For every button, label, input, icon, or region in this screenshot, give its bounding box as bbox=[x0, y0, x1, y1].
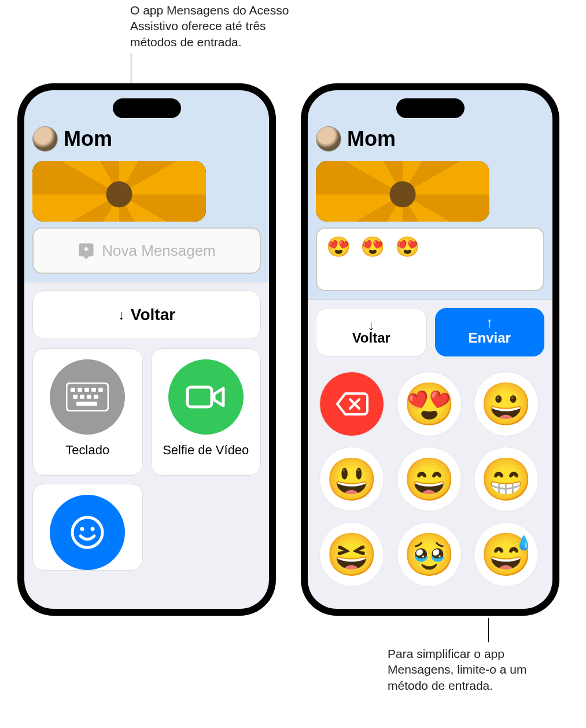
phone-left: Mom Nova Mensagem ↓ Voltar bbox=[17, 83, 276, 616]
emoji-option[interactable]: 😍 bbox=[397, 372, 462, 436]
svg-point-12 bbox=[72, 517, 102, 547]
arrow-down-icon: ↓ bbox=[368, 319, 375, 330]
emoji-method-icon bbox=[50, 495, 125, 570]
callout-bottom: Para simplificar o app Mensagens, limite… bbox=[388, 646, 555, 693]
delete-icon bbox=[335, 391, 368, 417]
phone-right: Mom 😍 😍 😍 ↓ Voltar ↓ Enviar bbox=[301, 83, 559, 616]
video-icon bbox=[168, 359, 244, 435]
emoji-face: 😄 bbox=[403, 455, 455, 504]
phone-right-screen: Mom 😍 😍 😍 ↓ Voltar ↓ Enviar bbox=[308, 90, 552, 609]
svg-rect-2 bbox=[78, 388, 82, 392]
back-button[interactable]: ↓ Voltar bbox=[316, 308, 427, 356]
contact-name: Mom bbox=[64, 127, 112, 151]
back-label: Voltar bbox=[352, 330, 390, 345]
arrow-down-icon: ↓ bbox=[118, 309, 125, 320]
emoji-option[interactable]: 😄 bbox=[397, 447, 462, 512]
received-image-message bbox=[32, 161, 206, 222]
video-selfie-tile[interactable]: Selfie de Vídeo bbox=[151, 348, 261, 476]
emoji-face: 😃 bbox=[326, 455, 378, 504]
contact-header: Mom bbox=[308, 123, 552, 157]
emoji-option[interactable]: 😁 bbox=[474, 447, 539, 512]
delete-button[interactable] bbox=[319, 372, 384, 436]
conversation-area: Mom Nova Mensagem bbox=[24, 90, 269, 282]
svg-rect-4 bbox=[91, 388, 96, 392]
avatar bbox=[32, 126, 58, 152]
back-button[interactable]: ↓ Voltar bbox=[32, 291, 261, 339]
notch bbox=[396, 98, 465, 118]
input-method-grid: Teclado Selfie de Vídeo bbox=[24, 345, 269, 574]
svg-point-13 bbox=[80, 527, 84, 531]
video-selfie-label: Selfie de Vídeo bbox=[163, 443, 249, 458]
emoji-option[interactable]: 😆 bbox=[319, 522, 384, 587]
svg-rect-3 bbox=[84, 388, 89, 392]
svg-rect-1 bbox=[71, 388, 75, 392]
flower-photo bbox=[316, 161, 489, 222]
contact-name: Mom bbox=[347, 127, 396, 151]
callout-top: O app Mensagens do Acesso Assistivo ofer… bbox=[130, 2, 315, 50]
arrow-up-icon: ↓ bbox=[486, 319, 493, 330]
svg-rect-8 bbox=[87, 395, 91, 399]
flower-photo bbox=[32, 161, 206, 222]
compose-field[interactable]: 😍 😍 😍 bbox=[316, 227, 544, 291]
compose-text: 😍 😍 😍 bbox=[326, 236, 422, 258]
callout-line-bottom bbox=[488, 618, 489, 642]
keyboard-icon bbox=[50, 359, 125, 435]
emoji-grid: 😍 😀 😃 😄 😁 😆 🥹 😅 bbox=[308, 362, 552, 587]
emoji-option[interactable]: 😃 bbox=[319, 447, 384, 512]
svg-point-14 bbox=[91, 527, 95, 531]
svg-rect-6 bbox=[73, 395, 78, 399]
emoji-face: 🥹 bbox=[403, 530, 455, 579]
emoji-tile[interactable] bbox=[32, 484, 143, 571]
emoji-option[interactable]: 🥹 bbox=[397, 522, 462, 587]
emoji-face: 😆 bbox=[326, 530, 378, 579]
emoji-face: 😀 bbox=[480, 380, 532, 429]
svg-rect-10 bbox=[76, 402, 97, 406]
emoji-option[interactable]: 😅 bbox=[474, 522, 539, 587]
new-message-label: Nova Mensagem bbox=[102, 242, 216, 260]
phone-left-screen: Mom Nova Mensagem ↓ Voltar bbox=[24, 90, 269, 609]
callout-line-top bbox=[131, 53, 131, 84]
notch bbox=[113, 98, 181, 118]
received-image-message bbox=[316, 161, 489, 222]
conversation-area: Mom 😍 😍 😍 bbox=[308, 90, 552, 299]
keyboard-tile[interactable]: Teclado bbox=[32, 348, 143, 476]
keyboard-label: Teclado bbox=[65, 443, 109, 458]
svg-rect-7 bbox=[80, 395, 84, 399]
back-label: Voltar bbox=[131, 306, 175, 324]
svg-rect-11 bbox=[187, 387, 212, 407]
emoji-face: 😍 bbox=[403, 380, 455, 429]
svg-rect-9 bbox=[94, 395, 98, 399]
contact-header: Mom bbox=[24, 123, 269, 157]
emoji-keyboard-panel: ↓ Voltar ↓ Enviar 😍 😀 😃 😄 bbox=[308, 299, 552, 609]
send-button[interactable]: ↓ Enviar bbox=[435, 308, 545, 356]
svg-rect-5 bbox=[98, 388, 103, 392]
avatar bbox=[316, 126, 341, 152]
emoji-face: 😅 bbox=[480, 530, 532, 579]
new-message-button[interactable]: Nova Mensagem bbox=[32, 227, 261, 274]
input-methods-panel: ↓ Voltar Teclad bbox=[24, 282, 269, 609]
emoji-option[interactable]: 😀 bbox=[474, 372, 539, 436]
emoji-face: 😁 bbox=[480, 455, 532, 504]
new-message-icon bbox=[78, 242, 95, 259]
